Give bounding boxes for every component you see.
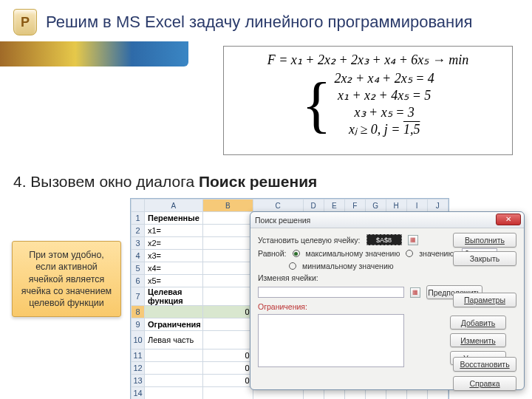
constraint-3: x₃ + x₅ = 3: [334, 104, 434, 121]
solver-dialog: Поиск решения ✕ Установить целевую ячейк…: [250, 211, 525, 390]
callout-note: При этом удобно, если активной ячейкой я…: [12, 241, 121, 317]
run-button[interactable]: Выполнить: [453, 233, 516, 248]
range-picker-icon[interactable]: ▦: [408, 235, 418, 245]
constraint-4: xⱼ ≥ 0, j = 1,5: [334, 121, 434, 138]
step-heading: 4. Вызовем окно диалога Поиск решения: [13, 173, 317, 191]
page-title: Решим в MS Excel задачу линейного програ…: [46, 13, 472, 32]
edit-constraint-button[interactable]: Изменить: [450, 333, 506, 347]
close-dialog-button[interactable]: Закрыть: [453, 251, 516, 266]
reset-button[interactable]: Восстановить: [453, 357, 516, 372]
target-cell-ref[interactable]: $A$8: [366, 234, 402, 245]
formula-box: F = x₁ + 2x₂ + 2x₃ + x₄ + 6x₅ → min { 2x…: [223, 46, 513, 155]
add-constraint-button[interactable]: Добавить: [450, 316, 506, 330]
constraint-2: x₁ + x₂ + 4x₅ = 5: [334, 87, 434, 104]
presentation-logo-icon: P: [13, 9, 37, 35]
label-constraints: Ограничения:: [258, 302, 307, 311]
label-changing-cells: Изменяя ячейки:: [258, 273, 318, 282]
changing-cells-input[interactable]: [258, 287, 404, 298]
constraints-listbox[interactable]: [258, 314, 404, 367]
radio-min[interactable]: [289, 262, 296, 270]
constraint-1: 2x₂ + x₄ + 2x₅ = 4: [334, 70, 434, 87]
decorative-strip: [0, 41, 188, 66]
close-button[interactable]: ✕: [496, 214, 521, 225]
radio-max[interactable]: [293, 250, 300, 257]
help-button[interactable]: Справка: [453, 376, 516, 391]
brace-icon: {: [301, 77, 331, 133]
dialog-title: Поиск решения: [255, 216, 310, 225]
parameters-button[interactable]: Параметры: [453, 293, 516, 307]
range-picker-icon[interactable]: ▦: [410, 287, 420, 298]
label-target-cell: Установить целевую ячейку:: [258, 236, 361, 245]
label-equal: Равной:: [258, 249, 287, 258]
label-min: минимальному значению: [302, 262, 394, 270]
radio-value[interactable]: [406, 250, 413, 257]
label-value: значению:: [419, 249, 456, 258]
label-max: максимальному значению: [306, 249, 400, 258]
objective-formula: F = x₁ + 2x₂ + 2x₃ + x₄ + 6x₅ → min: [231, 51, 505, 69]
